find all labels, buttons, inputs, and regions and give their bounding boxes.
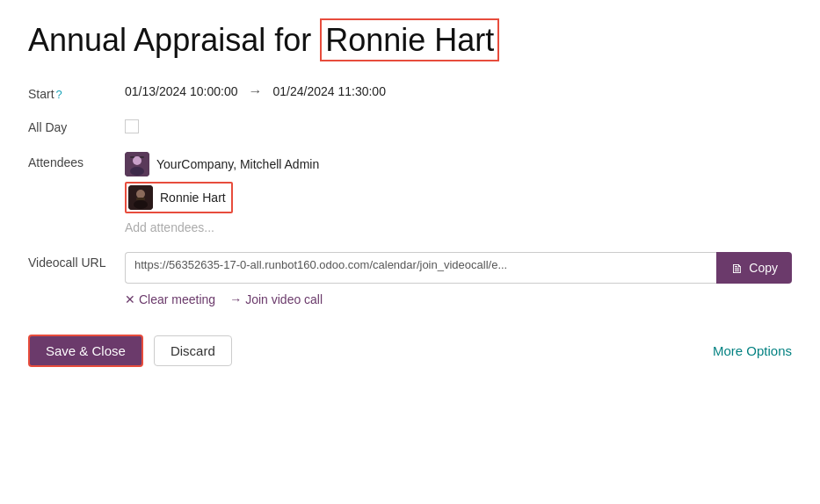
add-attendees-input[interactable]: Add attendees...: [125, 219, 792, 236]
copy-button-label: Copy: [749, 261, 778, 275]
videocall-url-input[interactable]: https://56352635-17-0-all.runbot160.odoo…: [125, 252, 716, 284]
clear-meeting-button[interactable]: ✕ Clear meeting: [125, 292, 215, 306]
videocall-content: https://56352635-17-0-all.runbot160.odoo…: [125, 252, 792, 306]
clear-meeting-icon: ✕: [125, 292, 135, 306]
start-label: Start?: [28, 83, 125, 101]
attendee-name: YourCompany, Mitchell Admin: [156, 157, 319, 171]
svg-rect-4: [140, 156, 144, 158]
join-videocall-button[interactable]: → Join video call: [229, 292, 323, 306]
page-title: Annual Appraisal for Ronnie Hart: [28, 21, 792, 59]
videocall-row: Videocall URL https://56352635-17-0-all.…: [28, 252, 792, 306]
attendee-name: Ronnie Hart: [160, 191, 226, 205]
all-day-content: [125, 117, 792, 136]
start-help[interactable]: ?: [56, 88, 62, 101]
attendees-row: Attendees YourCompany, Mitchell Admin: [28, 152, 792, 236]
attendees-content: YourCompany, Mitchell Admin Ronnie Hart …: [125, 152, 792, 236]
svg-rect-8: [136, 198, 145, 200]
svg-point-2: [130, 167, 144, 176]
videocall-input-row: https://56352635-17-0-all.runbot160.odoo…: [125, 252, 792, 284]
copy-button[interactable]: 🗎 Copy: [716, 252, 792, 284]
svg-rect-3: [130, 156, 134, 158]
start-date-from[interactable]: 01/13/2024 10:00:00: [125, 84, 237, 98]
svg-point-6: [136, 190, 145, 198]
all-day-label: All Day: [28, 117, 125, 134]
clear-meeting-label: Clear meeting: [139, 292, 215, 306]
list-item[interactable]: Ronnie Hart: [125, 182, 233, 213]
date-arrow: →: [248, 83, 262, 99]
start-row: Start? 01/13/2024 10:00:00 → 01/24/2024 …: [28, 83, 792, 101]
title-highlighted: Ronnie Hart: [320, 18, 499, 61]
videocall-label: Videocall URL: [28, 252, 125, 270]
footer-row: Save & Close Discard More Options: [28, 335, 792, 367]
start-content: 01/13/2024 10:00:00 → 01/24/2024 11:30:0…: [125, 83, 792, 99]
avatar: [125, 152, 149, 176]
attendees-list: YourCompany, Mitchell Admin Ronnie Hart: [125, 152, 792, 213]
discard-button[interactable]: Discard: [154, 335, 232, 366]
copy-icon: 🗎: [730, 261, 744, 276]
list-item[interactable]: YourCompany, Mitchell Admin: [125, 152, 792, 176]
videocall-actions: ✕ Clear meeting → Join video call: [125, 292, 792, 306]
all-day-row: All Day: [28, 117, 792, 136]
join-videocall-label: Join video call: [245, 292, 323, 306]
all-day-checkbox[interactable]: [125, 119, 139, 133]
avatar: [128, 185, 153, 210]
svg-point-7: [134, 200, 148, 209]
start-date-to[interactable]: 01/24/2024 11:30:00: [272, 84, 385, 98]
more-options-button[interactable]: More Options: [713, 343, 792, 358]
save-close-button[interactable]: Save & Close: [28, 335, 143, 367]
join-arrow-icon: →: [229, 292, 242, 306]
attendees-label: Attendees: [28, 152, 125, 169]
title-prefix: Annual Appraisal for: [28, 22, 320, 58]
